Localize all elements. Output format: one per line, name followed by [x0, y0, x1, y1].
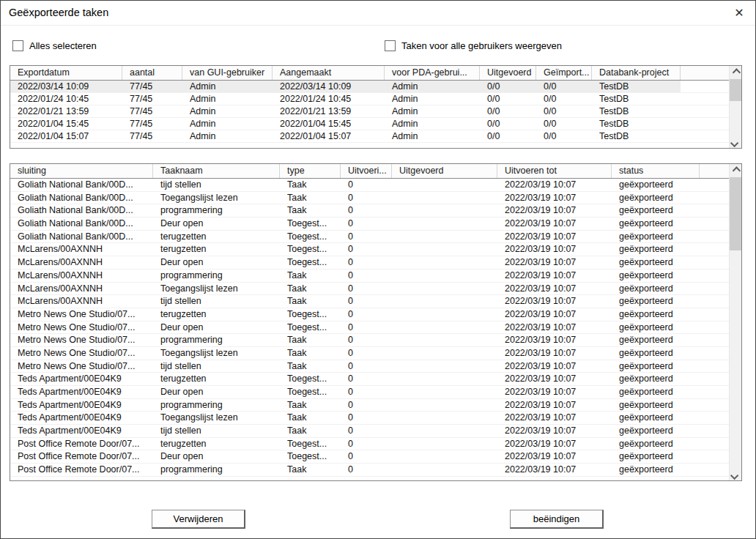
table-row[interactable]: Goliath National Bank/00D...terugzettenT… — [10, 231, 741, 244]
table-row[interactable]: Goliath National Bank/00D...programmerin… — [10, 204, 741, 218]
cell — [392, 270, 497, 282]
column-header[interactable]: van GUI-gebruiker — [182, 66, 273, 80]
cell: 0 — [341, 192, 392, 204]
cell: Taak — [280, 412, 341, 424]
cell: 0 — [341, 270, 392, 282]
cell: McLarens/00AXNNH — [10, 295, 153, 308]
cell: Post Office Remote Door/07... — [10, 450, 153, 463]
cell: geëxporteerd — [612, 412, 700, 424]
column-header[interactable]: aantal — [122, 66, 182, 80]
cell: 0 — [341, 204, 392, 217]
chevron-down-icon[interactable] — [730, 135, 741, 148]
column-header[interactable]: Uitvoeren tot — [497, 164, 612, 178]
checkbox-box[interactable] — [12, 40, 23, 51]
cell: 0/0 — [536, 105, 592, 117]
cell: Taak — [280, 334, 341, 346]
column-header[interactable]: type — [280, 164, 341, 178]
column-header[interactable]: Aangemaakt — [273, 66, 385, 80]
column-header[interactable]: Geïmport... — [536, 66, 592, 80]
column-header[interactable]: Exportdatum — [10, 66, 122, 80]
cell: tijd stellen — [153, 295, 280, 308]
cell — [392, 256, 497, 269]
table-row[interactable]: Metro News One Studio/07...tijd stellenT… — [10, 360, 741, 373]
table-row[interactable]: 2022/01/24 10:4577/45Admin2022/01/24 10:… — [10, 93, 741, 105]
column-header[interactable] — [681, 66, 729, 80]
cell: 0/0 — [536, 81, 592, 92]
cell — [392, 425, 497, 437]
column-header[interactable]: voor PDA-gebrui... — [385, 66, 480, 80]
column-header[interactable] — [700, 164, 729, 178]
cell: 2022/03/19 10:07 — [497, 399, 612, 412]
column-header[interactable]: Uitgevoerd — [480, 66, 536, 80]
beeindigen-button[interactable]: beëindigen — [510, 510, 604, 529]
table-row[interactable]: Teds Apartment/00E04K9tijd stellenTaak02… — [10, 425, 741, 438]
checkbox-show-all-users[interactable]: Taken voor alle gebruikers weergeven — [385, 40, 562, 51]
vertical-scrollbar[interactable] — [729, 66, 741, 148]
column-header[interactable]: Databank-project — [592, 66, 681, 80]
cell: Deur open — [153, 256, 280, 269]
table-row[interactable]: Metro News One Studio/07...terugzettenTo… — [10, 308, 741, 321]
cell — [700, 360, 729, 373]
table-row[interactable]: 2022/01/21 13:5977/45Admin2022/01/21 13:… — [10, 105, 741, 118]
column-header[interactable]: Taaknaam — [153, 164, 280, 178]
cell: Post Office Remote Door/07... — [10, 464, 153, 476]
table-row[interactable]: Metro News One Studio/07...Deur openToeg… — [10, 321, 741, 335]
cell — [700, 243, 729, 256]
verwijderen-button[interactable]: Verwijderen — [152, 510, 245, 529]
chevron-up-icon[interactable] — [730, 66, 741, 78]
cell — [700, 295, 729, 308]
cell: TestDB — [592, 81, 681, 92]
table-row[interactable]: Teds Apartment/00E04K9programmeringTaak0… — [10, 399, 741, 412]
cell: Deur open — [153, 450, 280, 463]
table-row[interactable]: McLarens/00AXNNHtijd stellenTaak02022/03… — [10, 295, 741, 308]
close-icon[interactable]: ✕ — [730, 5, 748, 21]
column-header[interactable]: status — [612, 164, 700, 178]
table-row[interactable]: 2022/01/04 15:4577/45Admin2022/01/04 15:… — [10, 118, 741, 130]
cell: Toegest... — [280, 256, 341, 269]
table-row[interactable]: McLarens/00AXNNHDeur openToegest...02022… — [10, 256, 741, 270]
table-row[interactable]: Goliath National Bank/00D...tijd stellen… — [10, 179, 741, 192]
table-row[interactable]: McLarens/00AXNNHterugzettenToegest...020… — [10, 243, 741, 256]
table-header: Exportdatumaantalvan GUI-gebruikerAangem… — [10, 66, 741, 81]
scrollbar-thumb[interactable] — [730, 177, 741, 250]
cell: geëxporteerd — [612, 308, 700, 321]
cell: 0 — [341, 218, 392, 230]
cell: Toegest... — [280, 218, 341, 230]
cell: Deur open — [153, 321, 280, 334]
cell — [700, 399, 729, 412]
table-row[interactable]: Post Office Remote Door/07...Deur openTo… — [10, 450, 741, 464]
table-row[interactable]: Teds Apartment/00E04K9Deur openToegest..… — [10, 386, 741, 399]
table-row[interactable]: Goliath National Bank/00D...Deur openToe… — [10, 218, 741, 231]
table-row[interactable]: 2022/01/04 15:0777/45Admin2022/01/04 15:… — [10, 130, 741, 143]
cell: terugzetten — [153, 231, 280, 243]
table-row[interactable]: Teds Apartment/00E04K9terugzettenToegest… — [10, 373, 741, 386]
column-header[interactable]: Uitvoeri... — [341, 164, 392, 178]
table-row[interactable]: McLarens/00AXNNHprogrammeringTaak02022/0… — [10, 270, 741, 283]
vertical-scrollbar[interactable] — [729, 164, 741, 480]
table-row[interactable]: Post Office Remote Door/07...terugzetten… — [10, 438, 741, 451]
scrollbar-thumb[interactable] — [730, 79, 741, 101]
cell — [700, 256, 729, 269]
table-header: sluitingTaaknaamtypeUitvoeri...Uitgevoer… — [10, 164, 741, 179]
table-row[interactable]: Metro News One Studio/07...programmering… — [10, 334, 741, 347]
table-row[interactable]: 2022/03/14 10:0977/45Admin2022/03/14 10:… — [10, 81, 741, 93]
cell: 2022/03/19 10:07 — [497, 412, 612, 424]
cell — [700, 334, 729, 346]
cell: programmering — [153, 399, 280, 412]
checkbox-select-all[interactable]: Alles selecteren — [12, 40, 97, 51]
cell: 77/45 — [122, 93, 182, 105]
chevron-up-icon[interactable] — [730, 164, 741, 176]
checkbox-box[interactable] — [385, 40, 396, 51]
chevron-down-icon[interactable] — [730, 468, 741, 480]
table-row[interactable]: McLarens/00AXNNHToegangslijst lezenTaak0… — [10, 283, 741, 296]
cell: 0/0 — [480, 118, 536, 130]
table-row[interactable]: Goliath National Bank/00D...Toegangslijs… — [10, 192, 741, 205]
column-header[interactable]: Uitgevoerd — [392, 164, 497, 178]
cell: 0/0 — [480, 130, 536, 142]
table-row[interactable]: Teds Apartment/00E04K9Toegangslijst leze… — [10, 412, 741, 425]
table-row[interactable]: Metro News One Studio/07...Toegangslijst… — [10, 347, 741, 360]
cell — [700, 321, 729, 334]
cell: terugzetten — [153, 438, 280, 450]
column-header[interactable]: sluiting — [10, 164, 153, 178]
table-row[interactable]: Post Office Remote Door/07...programmeri… — [10, 464, 741, 477]
